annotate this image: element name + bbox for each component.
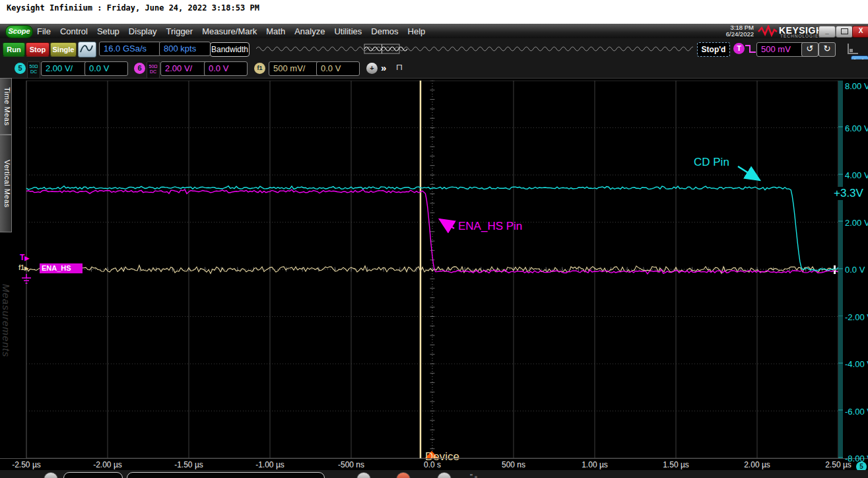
horizontal-position-scrollbar[interactable] xyxy=(256,44,693,54)
channel-bar: 5 50Ω DC 2.00 V/ 0.0 V 6 50Ω DC 2.00 V/ … xyxy=(0,59,868,79)
level-3v3-annotation: +3.3V xyxy=(833,187,864,200)
close-button[interactable]: X xyxy=(852,26,868,38)
zoom-region-icon[interactable] xyxy=(848,44,858,54)
bottom-toolbar-glyphs: " ▫ xyxy=(470,473,477,478)
run-button[interactable]: Run xyxy=(3,42,25,57)
minimize-button[interactable]: _ xyxy=(818,26,836,38)
function-marker-arrow-icon: ▶ xyxy=(24,265,28,271)
cd-pin-arrow xyxy=(738,166,760,180)
channel-6-offset-field[interactable]: 0.0 V xyxy=(204,61,248,76)
ena-hs-pin-annotation: ENA_HS Pin xyxy=(458,220,522,233)
restore-button[interactable] xyxy=(836,26,853,38)
acquisition-toolbar: Run Stop Single 16.0 GSa/s 800 kpts Band… xyxy=(0,38,868,59)
waveform-display xyxy=(13,81,838,458)
time-axis-label: 500 ns xyxy=(502,460,525,469)
restore-icon xyxy=(841,28,848,34)
scope-menu-button[interactable]: Scope xyxy=(5,25,33,38)
function-1-scale-field[interactable]: 500 mV/ xyxy=(269,61,320,76)
bottom-toolbar-clipped: " ▫ xyxy=(0,470,868,478)
time-axis: -2.50 µs-2.00 µs-1.50 µs-1.00 µs-500 ns0… xyxy=(0,458,868,471)
stop-button[interactable]: Stop xyxy=(26,42,50,57)
clock: 3:18 PM 6/24/2022 xyxy=(719,24,754,38)
menu-item-analyze[interactable]: Analyze xyxy=(294,26,325,36)
impedance-label: 50Ω xyxy=(28,64,40,69)
ena-hs-arrow xyxy=(440,219,454,228)
coupling-label: DC xyxy=(28,69,40,75)
bottom-toolbar-button[interactable] xyxy=(437,472,451,478)
vertical-scale-strip[interactable] xyxy=(838,81,843,458)
clock-date: 6/24/2022 xyxy=(719,31,754,38)
bandwidth-button[interactable]: Bandwidth xyxy=(210,42,250,57)
tab-vertical-meas[interactable]: Vertical Meas xyxy=(0,135,12,232)
channel-6-badge[interactable]: 6 xyxy=(134,63,145,74)
falling-edge-icon xyxy=(745,44,756,54)
voltage-axis-label: -8.00 V xyxy=(845,454,868,463)
channel-5-badge[interactable]: 5 xyxy=(15,63,26,74)
add-channel-button[interactable]: + xyxy=(366,63,378,74)
function-1-offset-field[interactable]: 0.0 V xyxy=(316,61,360,76)
time-axis-label: -2.50 µs xyxy=(12,460,41,469)
desktop-title: Keysight Infiniium : Friday, June 24, 20… xyxy=(7,3,259,13)
menu-item-help[interactable]: Help xyxy=(408,26,426,36)
memory-depth-field[interactable]: 800 kpts xyxy=(159,42,211,56)
channel-6-coupling[interactable]: 50Ω DC xyxy=(147,61,160,79)
menu-bar: Scope FileControlSetupDisplayTriggerMeas… xyxy=(0,24,868,39)
keysight-spark-icon xyxy=(758,25,778,37)
voltage-axis-label: 4.00 V xyxy=(845,170,868,180)
acquisition-status[interactable]: Stop'd xyxy=(697,42,730,57)
time-axis-label: 1.50 µs xyxy=(663,460,689,469)
tab-time-meas[interactable]: Time Meas xyxy=(0,78,12,135)
coupling-label: DC xyxy=(147,69,159,75)
impedance-label: 50Ω xyxy=(147,64,159,69)
menu-item-demos[interactable]: Demos xyxy=(371,26,398,36)
undo-button[interactable]: ↺ xyxy=(801,42,818,57)
menu-item-trigger[interactable]: Trigger xyxy=(166,26,193,36)
ena-hs-trace-label[interactable]: ENA_HS xyxy=(40,263,83,273)
time-axis-label: -1.50 µs xyxy=(174,460,203,469)
brand-sub: TECHNOLOGIES xyxy=(780,34,822,38)
time-axis-label: 0.0 s xyxy=(424,460,441,469)
menu-item-setup[interactable]: Setup xyxy=(97,26,119,36)
voltage-axis-label: -2.00 V xyxy=(845,312,868,322)
ground-symbol-icon xyxy=(21,274,32,285)
bottom-toolbar-record-button[interactable] xyxy=(396,472,411,478)
menu-item-utilities[interactable]: Utilities xyxy=(334,26,362,36)
menu-item-measure-mark[interactable]: Measure/Mark xyxy=(202,26,257,36)
sample-rate-field[interactable]: 16.0 GSa/s xyxy=(99,42,161,56)
time-axis-label: -2.00 µs xyxy=(93,460,122,469)
trigger-level-marker[interactable]: T▶ xyxy=(20,253,29,262)
voltage-axis-label: 2.00 V xyxy=(845,218,868,228)
menu-item-control[interactable]: Control xyxy=(60,26,88,36)
trigger-level-field[interactable]: 500 mV xyxy=(756,42,807,57)
menu-item-file[interactable]: File xyxy=(37,26,51,36)
oscilloscope-app-window: Scope FileControlSetupDisplayTriggerMeas… xyxy=(0,24,868,478)
dock-icon[interactable]: ⊓ xyxy=(396,62,403,72)
curve-icon xyxy=(79,42,94,55)
time-axis-label: -500 ns xyxy=(338,460,364,469)
bottom-toolbar-button[interactable] xyxy=(356,472,371,478)
redo-button[interactable]: ↻ xyxy=(818,42,836,57)
time-axis-label: 2.00 µs xyxy=(744,460,770,469)
function-reference-marker[interactable]: f1▶ xyxy=(18,264,28,271)
cd-pin-annotation: CD Pin xyxy=(694,156,729,169)
single-button[interactable]: Single xyxy=(50,42,77,57)
channel-6-scale-field[interactable]: 2.00 V/ xyxy=(160,61,208,76)
menu-item-display[interactable]: Display xyxy=(129,26,157,36)
channel-5-coupling[interactable]: 50Ω DC xyxy=(27,61,40,79)
trigger-marker-arrow-icon: ▶ xyxy=(24,255,29,261)
bottom-toolbar-field[interactable] xyxy=(63,472,123,478)
time-axis-label: 1.00 µs xyxy=(582,460,608,469)
channel-5-offset-field[interactable]: 0.0 V xyxy=(84,61,128,76)
bottom-toolbar-button[interactable] xyxy=(44,472,58,478)
more-channels-button[interactable]: » xyxy=(381,62,386,73)
channel-5-scale-field[interactable]: 2.00 V/ xyxy=(41,61,88,76)
voltage-axis-label: 6.00 V xyxy=(845,123,868,133)
menu-item-math[interactable]: Math xyxy=(266,26,285,36)
trigger-source-badge[interactable]: T xyxy=(733,43,745,54)
bottom-toolbar-panel[interactable] xyxy=(127,472,325,478)
voltage-axis-label: 8.00 V xyxy=(845,81,868,91)
voltage-axis-label: 0.0 V xyxy=(845,265,865,275)
voltage-axis-label: -6.00 V xyxy=(845,407,868,417)
function-1-badge[interactable]: f1 xyxy=(254,63,265,74)
acquisition-mode-button[interactable] xyxy=(78,42,96,57)
